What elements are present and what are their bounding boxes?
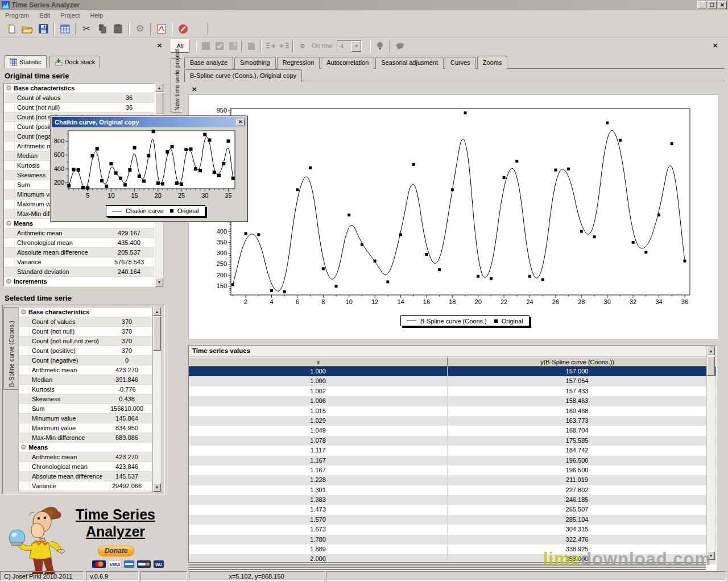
stat-row[interactable]: Chronological mean423.846: [19, 462, 152, 472]
table-row[interactable]: 1.078175.585: [189, 436, 716, 446]
stat-section-row[interactable]: ⚙Means: [19, 443, 152, 452]
stat-row[interactable]: Sum156610.000: [19, 404, 152, 414]
tab-dock-stack[interactable]: Dock stack: [49, 56, 101, 68]
block-icon[interactable]: [198, 39, 213, 53]
menu-item-program[interactable]: Program: [0, 11, 34, 20]
bulb-icon[interactable]: [373, 39, 387, 53]
table-row[interactable]: 1.000157.000: [189, 367, 716, 376]
stat-row[interactable]: Max-Min difference689.086: [19, 433, 152, 443]
scroll-up-icon[interactable]: ▲: [153, 307, 161, 316]
stat-section-row[interactable]: ⚙Base characteristics: [4, 84, 154, 93]
chaikin-window-titlebar[interactable]: Chaikin curve, Original copy ✕: [52, 117, 246, 127]
table-row[interactable]: 1.029163.773: [189, 416, 716, 426]
copy-icon[interactable]: [95, 22, 110, 36]
section-header[interactable]: Means: [28, 444, 48, 451]
close-button[interactable]: ✕: [718, 1, 727, 9]
selected-serie-side-tab[interactable]: B-Spline curve (Coons.): [3, 307, 18, 390]
chaikin-window[interactable]: Chaikin curve, Original copy ✕ 510152025…: [50, 115, 247, 222]
table-row[interactable]: 1.301227.802: [189, 485, 716, 495]
close-zoom-icon[interactable]: ✕: [192, 86, 197, 93]
selected-serie-scrollbar[interactable]: ▲ ▼: [152, 307, 162, 492]
stat-row[interactable]: Arithmetic mean423.270: [19, 365, 152, 375]
scroll-thumb[interactable]: [155, 93, 163, 114]
stat-row[interactable]: Median391.846: [19, 375, 152, 385]
scroll-up-icon[interactable]: ▲: [707, 347, 715, 355]
stat-row[interactable]: Kurtosis-0.776: [19, 385, 152, 394]
paste-icon[interactable]: [111, 22, 126, 36]
table-row[interactable]: 1.015160.468: [189, 406, 716, 416]
checkbox-icon[interactable]: [212, 39, 227, 53]
chaikin-chart[interactable]: 5101520253035200400600800: [52, 128, 246, 204]
table-row[interactable]: 1.570285.104: [189, 515, 716, 525]
tab-base-analyze[interactable]: Base analyze: [184, 57, 233, 69]
stat-row[interactable]: Absolute mean difference145.537: [19, 472, 152, 481]
restore-button[interactable]: ❐: [708, 1, 717, 9]
scroll-thumb[interactable]: [707, 356, 715, 376]
stat-row[interactable]: Count (not null,not zero)370: [19, 336, 152, 346]
table-row[interactable]: 1.889338.925: [189, 544, 716, 554]
stat-row[interactable]: Count (not null)370: [19, 327, 152, 336]
chevron-down-icon[interactable]: ▼: [351, 41, 361, 52]
stat-row[interactable]: Chronological mean435.400: [4, 238, 154, 248]
scroll-thumb[interactable]: [153, 317, 161, 351]
table-row[interactable]: 1.228211.019: [189, 475, 716, 485]
table-row[interactable]: 1.167196.500: [189, 465, 716, 475]
on-row-dropdown[interactable]: 4 ▼: [337, 40, 362, 52]
tag-icon[interactable]: [392, 39, 407, 53]
table-row[interactable]: 1.049168.704: [189, 426, 716, 435]
table-row[interactable]: 1.383246.185: [189, 495, 716, 505]
section-header[interactable]: Base characteristics: [28, 309, 89, 315]
stop-icon[interactable]: [176, 22, 191, 36]
col-header-y[interactable]: y(B-Spline curve (Coons.)): [448, 357, 707, 367]
splitter-grip[interactable]: [188, 562, 706, 570]
scroll-down-icon[interactable]: ▼: [155, 278, 163, 286]
ts-table-scrollbar[interactable]: ▲ ▼: [706, 346, 715, 560]
close-icon[interactable]: ✕: [236, 119, 245, 126]
table-row[interactable]: 1.167196.500: [189, 456, 716, 465]
move-down-list-icon[interactable]: [277, 39, 292, 53]
pdf-icon[interactable]: [154, 22, 169, 36]
stat-row[interactable]: Count (positive)370: [19, 346, 152, 356]
move-up-list-icon[interactable]: [263, 39, 278, 53]
menu-item-project[interactable]: Project: [55, 11, 85, 20]
stat-row[interactable]: Count (not null)36: [4, 103, 154, 113]
tab-curves[interactable]: Curves: [445, 57, 476, 69]
stat-row[interactable]: Arithmetic mean429.167: [4, 228, 154, 238]
close-panel-icon[interactable]: ✕: [157, 42, 162, 49]
tab-zooms[interactable]: Zooms: [477, 56, 508, 69]
project-side-tab[interactable]: New time serie project: [171, 58, 181, 113]
section-header[interactable]: Means: [14, 220, 33, 227]
scroll-down-icon[interactable]: ▼: [153, 483, 161, 492]
open-folder-icon[interactable]: [20, 22, 35, 36]
section-header[interactable]: Increments: [14, 278, 47, 285]
save-icon[interactable]: [36, 22, 51, 36]
table-icon[interactable]: [57, 22, 72, 36]
close-tab-area-icon[interactable]: ✕: [713, 42, 718, 49]
stat-row[interactable]: Maximum value834.950: [19, 423, 152, 433]
stat-row[interactable]: [4, 286, 154, 287]
stat-section-row[interactable]: ⚙Increments: [4, 277, 154, 286]
table-row[interactable]: 1.780322.476: [189, 535, 716, 544]
stat-row[interactable]: Minumum value145.864: [19, 414, 152, 423]
table-row[interactable]: 1.000157.054: [189, 376, 716, 386]
select-icon[interactable]: [226, 39, 241, 53]
menu-item-help[interactable]: Help: [85, 11, 108, 20]
row-settings-gear-icon[interactable]: ⚙: [295, 39, 310, 53]
tab-smoothing[interactable]: Smoothing: [234, 57, 276, 69]
donate-button[interactable]: Donate: [98, 546, 134, 556]
stat-row[interactable]: Standard deviation240.164: [4, 267, 154, 277]
stat-row[interactable]: Count of values36: [4, 93, 154, 103]
menu-item-edit[interactable]: Edit: [34, 11, 55, 20]
page-icon[interactable]: [244, 39, 259, 53]
tab-statistic[interactable]: Statistic: [5, 55, 47, 68]
stat-row[interactable]: Variance57678.543: [4, 257, 154, 267]
stat-row[interactable]: Skewness0.438: [19, 394, 152, 404]
cut-icon[interactable]: ✂: [79, 22, 94, 36]
stat-row[interactable]: Arithmetic mean423.270: [19, 452, 152, 462]
tab-autocorrelation[interactable]: Autocorrelation: [321, 57, 374, 69]
settings-gear-icon[interactable]: ⚙: [133, 22, 147, 36]
tab-regression[interactable]: Regression: [277, 57, 320, 69]
stat-row[interactable]: Absolute mean difference205.537: [4, 248, 154, 257]
stat-row[interactable]: Count (negative)0: [19, 356, 152, 365]
table-row[interactable]: 1.006158.463: [189, 396, 716, 406]
